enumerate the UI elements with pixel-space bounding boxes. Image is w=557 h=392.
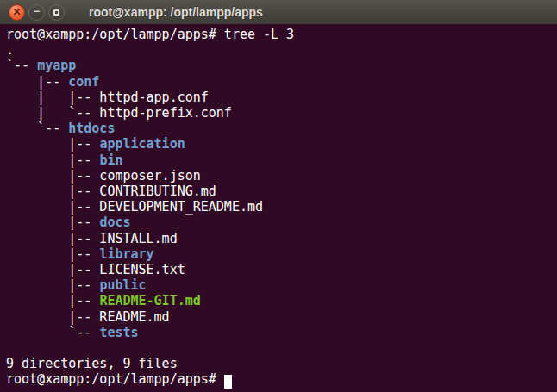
directory-name: application bbox=[99, 136, 185, 152]
terminal-text: |-- bbox=[6, 293, 99, 308]
directory-name: htdocs bbox=[68, 121, 115, 136]
terminal-window: ✕ − root@xampp: /opt/lampp/apps root@xam… bbox=[0, 0, 557, 392]
terminal-text: root@xampp:/opt/lampp/apps# tree -L 3 bbox=[6, 27, 294, 42]
minimize-icon: − bbox=[34, 6, 40, 16]
terminal-line: |-- CONTRIBUTING.md bbox=[6, 184, 557, 199]
directory-name: docs bbox=[99, 215, 130, 230]
terminal-line: root@xampp:/opt/lampp/apps# bbox=[6, 371, 557, 387]
terminal-text: |-- CONTRIBUTING.md bbox=[6, 184, 216, 199]
terminal-text: |-- INSTALL.md bbox=[6, 231, 178, 246]
terminal-text: | |-- httpd-app.conf bbox=[6, 90, 209, 105]
terminal-text: `-- bbox=[6, 325, 99, 340]
directory-name: tests bbox=[99, 325, 138, 340]
terminal-text: `-- bbox=[6, 121, 68, 136]
close-button[interactable]: ✕ bbox=[9, 4, 25, 21]
terminal-line bbox=[6, 340, 557, 356]
executable-file-name: README-GIT.md bbox=[99, 293, 200, 308]
terminal-text: 9 directories, 9 files bbox=[6, 356, 178, 371]
directory-name: library bbox=[99, 246, 153, 262]
terminal-line: |-- LICENSE.txt bbox=[6, 262, 557, 277]
terminal-text: |-- bbox=[6, 215, 99, 230]
terminal-screen[interactable]: root@xampp:/opt/lampp/apps# tree -L 3.`-… bbox=[0, 24, 557, 392]
terminal-line: |-- application bbox=[6, 136, 557, 152]
terminal-line: 9 directories, 9 files bbox=[6, 356, 557, 371]
terminal-text: |-- bbox=[6, 74, 68, 90]
terminal-line: |-- bin bbox=[6, 152, 557, 168]
maximize-icon bbox=[53, 9, 59, 16]
terminal-text: |-- bbox=[6, 136, 99, 152]
minimize-button[interactable]: − bbox=[28, 4, 45, 21]
terminal-line: `-- myapp bbox=[6, 58, 557, 73]
directory-name: public bbox=[99, 277, 146, 293]
terminal-line: |-- conf bbox=[6, 74, 557, 90]
maximize-button[interactable] bbox=[48, 4, 65, 21]
terminal-text: root@xampp:/opt/lampp/apps# bbox=[6, 371, 224, 387]
directory-name: bin bbox=[99, 152, 122, 168]
directory-name: conf bbox=[68, 74, 99, 90]
terminal-line: | `-- httpd-prefix.conf bbox=[6, 105, 557, 121]
close-icon: ✕ bbox=[12, 7, 21, 17]
terminal-line: |-- README.md bbox=[6, 309, 557, 325]
terminal-text: |-- bbox=[6, 246, 99, 262]
terminal-line: `-- tests bbox=[6, 325, 557, 340]
terminal-line: root@xampp:/opt/lampp/apps# tree -L 3 bbox=[6, 27, 557, 42]
titlebar[interactable]: ✕ − root@xampp: /opt/lampp/apps bbox=[0, 0, 557, 24]
terminal-text: |-- bbox=[6, 277, 99, 293]
terminal-line: |-- INSTALL.md bbox=[6, 231, 557, 246]
terminal-text: | `-- httpd-prefix.conf bbox=[6, 105, 232, 121]
directory-name: myapp bbox=[37, 58, 76, 73]
terminal-line: |-- README-GIT.md bbox=[6, 293, 557, 308]
terminal-line: |-- DEVELOPMENT_README.md bbox=[6, 199, 557, 215]
terminal-line: . bbox=[6, 42, 557, 58]
terminal-line: |-- public bbox=[6, 277, 557, 293]
terminal-text: |-- composer.json bbox=[6, 168, 201, 184]
terminal-text: |-- bbox=[6, 152, 99, 168]
terminal-cursor bbox=[224, 375, 232, 389]
terminal-text: |-- README.md bbox=[6, 309, 170, 325]
terminal-text: |-- DEVELOPMENT_README.md bbox=[6, 199, 263, 215]
terminal-text: |-- LICENSE.txt bbox=[6, 262, 185, 277]
terminal-line: `-- htdocs bbox=[6, 121, 557, 136]
terminal-line: |-- library bbox=[6, 246, 557, 262]
terminal-line: |-- docs bbox=[6, 215, 557, 230]
terminal-line: |-- composer.json bbox=[6, 168, 557, 184]
terminal-text: `-- bbox=[6, 58, 37, 73]
window-title: root@xampp: /opt/lampp/apps bbox=[89, 5, 263, 19]
terminal-text: . bbox=[6, 42, 14, 58]
terminal-line: | |-- httpd-app.conf bbox=[6, 90, 557, 105]
